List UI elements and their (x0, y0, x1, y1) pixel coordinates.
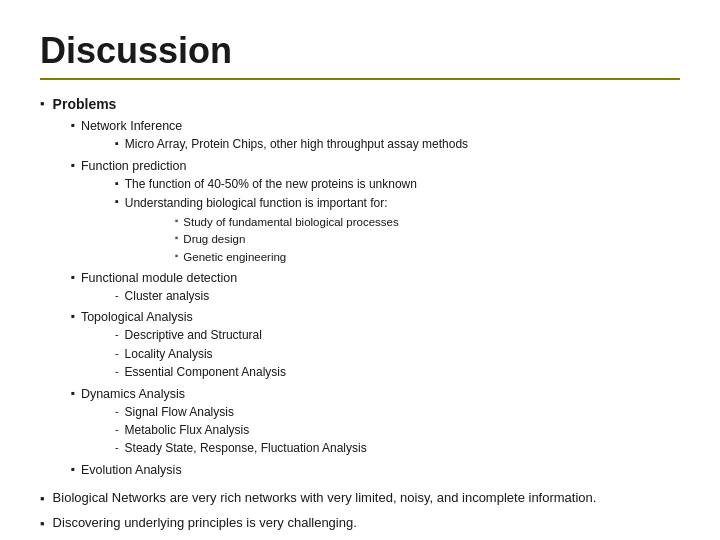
function-child-1: ▪ The function of 40-50% of the new prot… (115, 176, 417, 193)
evolution-label: Evolution Analysis (81, 461, 182, 479)
function-child-2-content: Understanding biological function is imp… (125, 194, 399, 265)
bullet-topo1: - (115, 327, 119, 343)
topological-content: Topological Analysis - Descriptive and S… (81, 308, 286, 381)
cluster-text: Cluster analysis (125, 288, 210, 305)
bio-child-1: ▪ Study of fundamental biological proces… (175, 214, 399, 231)
bullet-network: ▪ (71, 117, 75, 134)
content-area: ▪ Problems ▪ Network Inference ▪ Micro A… (40, 94, 680, 534)
slide-title: Discussion (40, 30, 680, 72)
functional-module-item: ▪ Functional module detection - Cluster … (71, 269, 680, 306)
functional-module-content: Functional module detection - Cluster an… (81, 269, 237, 306)
network-child-1: ▪ Micro Array, Protein Chips, other high… (115, 136, 468, 153)
functional-module-label: Functional module detection (81, 271, 237, 285)
topo-child-3: - Essential Component Analysis (115, 364, 286, 381)
bottom-bullets: ▪ Biological Networks are very rich netw… (40, 489, 680, 534)
bullet-dyn2: - (115, 422, 119, 438)
bullet-func2: ▪ (115, 194, 119, 210)
topological-item: ▪ Topological Analysis - Descriptive and… (71, 308, 680, 381)
bullet-bio3: ▪ (175, 249, 179, 264)
problems-label: Problems (53, 96, 117, 112)
topo2-text: Locality Analysis (125, 346, 213, 363)
bio-child-3: ▪ Genetic engineering (175, 249, 399, 266)
dyn-child-1: - Signal Flow Analysis (115, 404, 367, 421)
dyn-child-2: - Metabolic Flux Analysis (115, 422, 367, 439)
bullet-bio2: ▪ (175, 231, 179, 246)
bottom-text-1: Biological Networks are very rich networ… (53, 489, 597, 508)
topo-child-1: - Descriptive and Structural (115, 327, 286, 344)
dyn1-text: Signal Flow Analysis (125, 404, 234, 421)
bullet-topo2: - (115, 346, 119, 362)
network-inference-item: ▪ Network Inference ▪ Micro Array, Prote… (71, 117, 680, 154)
microarray-text: Micro Array, Protein Chips, other high t… (125, 136, 468, 153)
problems-section: ▪ Problems ▪ Network Inference ▪ Micro A… (40, 94, 680, 479)
bullet-func1: ▪ (115, 176, 119, 192)
bottom-text-2: Discovering underlying principles is ver… (53, 514, 357, 533)
bullet-bottom-1: ▪ (40, 490, 45, 509)
topo1-text: Descriptive and Structural (125, 327, 262, 344)
network-inference-label: Network Inference (81, 119, 182, 133)
bullet-cluster: - (115, 288, 119, 304)
bio-child-2: ▪ Drug design (175, 231, 399, 248)
bullet-dyn1: - (115, 404, 119, 420)
bullet-functional: ▪ (71, 269, 75, 286)
evolution-item: ▪ Evolution Analysis (71, 461, 680, 479)
dynamics-item: ▪ Dynamics Analysis - Signal Flow Analys… (71, 385, 680, 458)
dynamics-label: Dynamics Analysis (81, 387, 185, 401)
bio2-text: Drug design (183, 231, 245, 248)
bio1-text: Study of fundamental biological processe… (183, 214, 398, 231)
dyn2-text: Metabolic Flux Analysis (125, 422, 250, 439)
topo-child-2: - Locality Analysis (115, 346, 286, 363)
func2-text: Understanding biological function is imp… (125, 196, 388, 210)
func1-text: The function of 40-50% of the new protei… (125, 176, 417, 193)
topo3-text: Essential Component Analysis (125, 364, 286, 381)
bullet-microarray: ▪ (115, 136, 119, 152)
dynamics-content: Dynamics Analysis - Signal Flow Analysis… (81, 385, 367, 458)
bullet-function: ▪ (71, 157, 75, 174)
function-prediction-content: Function prediction ▪ The function of 40… (81, 157, 417, 266)
bullet-dyn3: - (115, 440, 119, 456)
bottom-bullet-2: ▪ Discovering underlying principles is v… (40, 514, 680, 534)
dyn3-text: Steady State, Response, Fluctuation Anal… (125, 440, 367, 457)
bullet-bio1: ▪ (175, 214, 179, 229)
cluster-item: - Cluster analysis (115, 288, 237, 305)
dyn-child-3: - Steady State, Response, Fluctuation An… (115, 440, 367, 457)
function-prediction-label: Function prediction (81, 159, 187, 173)
function-child-2: ▪ Understanding biological function is i… (115, 194, 417, 265)
bullet-topological: ▪ (71, 308, 75, 325)
bullet-dynamics: ▪ (71, 385, 75, 402)
title-divider (40, 78, 680, 80)
slide: Discussion ▪ Problems ▪ Network Inferenc… (0, 0, 720, 540)
function-prediction-item: ▪ Function prediction ▪ The function of … (71, 157, 680, 266)
bottom-bullet-1: ▪ Biological Networks are very rich netw… (40, 489, 680, 509)
bullet-problems: ▪ (40, 95, 45, 114)
topological-label: Topological Analysis (81, 310, 193, 324)
bio3-text: Genetic engineering (183, 249, 286, 266)
bullet-evolution: ▪ (71, 461, 75, 478)
problems-content: Problems ▪ Network Inference ▪ Micro Arr… (53, 94, 680, 479)
network-inference-content: Network Inference ▪ Micro Array, Protein… (81, 117, 468, 154)
bullet-bottom-2: ▪ (40, 515, 45, 534)
bullet-topo3: - (115, 364, 119, 380)
